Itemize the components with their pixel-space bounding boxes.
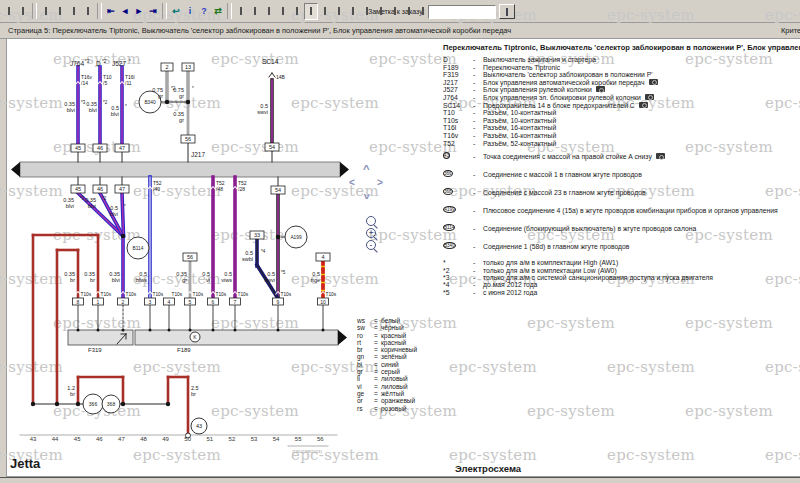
- zoom-reset-icon[interactable]: [366, 216, 376, 226]
- wire-label: 0.35br: [84, 271, 95, 283]
- legend-dash: -: [473, 117, 483, 124]
- track-number: 53: [251, 436, 258, 442]
- search-user-button[interactable]: [374, 3, 388, 20]
- terminal-number: 46: [97, 145, 103, 151]
- vehicle-button[interactable]: [360, 3, 374, 20]
- connector-label: T10s: [238, 292, 249, 297]
- footnote-text: только для а/м в комплектации Low (AW0): [483, 267, 617, 274]
- nav-next-button[interactable]: ►: [132, 3, 146, 20]
- new-doc-button[interactable]: [39, 3, 53, 20]
- legend-desc: Разъём, 10-контактный: [483, 109, 556, 116]
- wire-label: 0.5viws: [221, 271, 232, 283]
- legend-dash: -: [473, 225, 483, 232]
- legend-desc: Разъём, 10-контактный: [483, 117, 556, 124]
- track-number: 43: [30, 436, 37, 442]
- copy-button[interactable]: [67, 3, 81, 20]
- legend-dash: -: [473, 79, 483, 86]
- camera-icon[interactable]: [656, 153, 665, 159]
- wire-label: 0.5swbl: [242, 250, 253, 262]
- wire-label: J527: [112, 60, 126, 67]
- terminal-number: 54: [269, 144, 275, 150]
- wire-color-row: bl=синий: [357, 361, 417, 368]
- track-number: 50: [184, 436, 191, 442]
- sphere-button[interactable]: [318, 3, 332, 20]
- wire-label: *: [125, 104, 127, 109]
- copy-icon: [73, 7, 75, 15]
- help-doc-button[interactable]: ?: [416, 3, 430, 20]
- users-button[interactable]: [262, 3, 276, 20]
- pan-right-icon[interactable]: >: [375, 177, 385, 188]
- app-button[interactable]: Σ: [2, 3, 16, 20]
- nav-first-button[interactable]: ⇤: [104, 3, 118, 20]
- order-note-input[interactable]: [428, 5, 496, 19]
- legend-term: T16l: [443, 124, 473, 131]
- wire-label: 1.2br: [67, 385, 75, 397]
- wire-label: SC14: [262, 58, 279, 65]
- wire-color-row: gr=серый: [357, 368, 417, 375]
- legend-desc: Плюсовое соединение 4 (15a) в жгуте пров…: [483, 207, 778, 214]
- connector-label: T10s: [326, 292, 337, 297]
- nav-prev-button[interactable]: ◄: [118, 3, 132, 20]
- wire-label: *3: [80, 196, 85, 201]
- nav-last-button[interactable]: ⇥: [146, 3, 160, 20]
- camera-icon[interactable]: [596, 86, 605, 92]
- wire-label: 0.35gr: [176, 271, 187, 283]
- junction-dot: [97, 329, 100, 332]
- junction-dot: [31, 402, 35, 406]
- junction-dot: [189, 329, 192, 332]
- wire-label: D: [96, 60, 101, 67]
- leaf-button[interactable]: [346, 3, 360, 20]
- legend-item: T10-Разъём, 10-контактный: [443, 109, 800, 117]
- wire-color-table: ws=белыйsw=чёрныйro=красныйrt=красныйbr=…: [357, 317, 417, 412]
- back-button[interactable]: ↩: [169, 3, 183, 20]
- camera-icon[interactable]: [649, 79, 658, 85]
- terminal-number: 3: [149, 299, 152, 305]
- print-button[interactable]: [16, 3, 30, 20]
- wire-label: J217: [191, 151, 205, 158]
- wire-label: *2: [102, 196, 107, 201]
- search-user-icon: [380, 7, 382, 15]
- car-button[interactable]: [81, 3, 95, 20]
- window-button[interactable]: [290, 3, 304, 20]
- doc-button[interactable]: ≡: [388, 3, 402, 20]
- parts-button[interactable]: B: [248, 3, 262, 20]
- connection-label: 366: [89, 401, 98, 407]
- wire-label: (1К0/2/98/2013): [292, 449, 322, 454]
- order-note-save-button[interactable]: [499, 4, 515, 19]
- zoom-in-icon[interactable]: +: [366, 228, 376, 238]
- pan-down-icon[interactable]: >: [361, 192, 372, 202]
- app-icon: Σ: [8, 7, 10, 15]
- edit-button[interactable]: [53, 3, 67, 20]
- bar-arrow-icon: [340, 162, 349, 177]
- wire-label: 0.35blvi: [109, 271, 120, 283]
- compare-button[interactable]: ⇄: [211, 3, 225, 20]
- legend-item: B340-Соединение 1 (58d) в главном жгуте …: [443, 237, 800, 255]
- legend-dash: -: [473, 140, 483, 147]
- wire-label: 0.35blvi: [85, 197, 96, 209]
- legend-term: T52: [443, 140, 473, 147]
- warning-button[interactable]: !: [304, 3, 318, 20]
- info-button[interactable]: i: [183, 3, 197, 20]
- help-button[interactable]: ?: [197, 3, 211, 20]
- wire-label: T52/48: [216, 180, 225, 192]
- disk-button[interactable]: [332, 3, 346, 20]
- link-button[interactable]: C: [402, 3, 416, 20]
- footnote-text: *: [443, 259, 473, 266]
- footnote-text: до мая 2012 года: [483, 281, 537, 288]
- wire-label: *5: [281, 270, 286, 275]
- zoom-out-icon[interactable]: -: [366, 240, 376, 250]
- footnote-text: с июня 2012 года: [483, 289, 537, 296]
- camera-icon[interactable]: [639, 102, 648, 108]
- link-icon: C: [408, 7, 410, 15]
- pan-up-icon[interactable]: >: [361, 163, 372, 173]
- camera-icon[interactable]: [645, 94, 654, 100]
- wire-label: *: [124, 204, 126, 209]
- help-icon: ?: [201, 7, 207, 16]
- pan-left-icon[interactable]: <: [347, 177, 357, 188]
- junction-dot: [276, 235, 280, 239]
- legend-dash: -: [473, 124, 483, 131]
- marker-button[interactable]: [276, 3, 290, 20]
- tree-button[interactable]: [234, 3, 248, 20]
- footnote-text: только для а/м с системой санкционирован…: [483, 274, 713, 281]
- wire-label: 0.5swvi: [257, 103, 268, 115]
